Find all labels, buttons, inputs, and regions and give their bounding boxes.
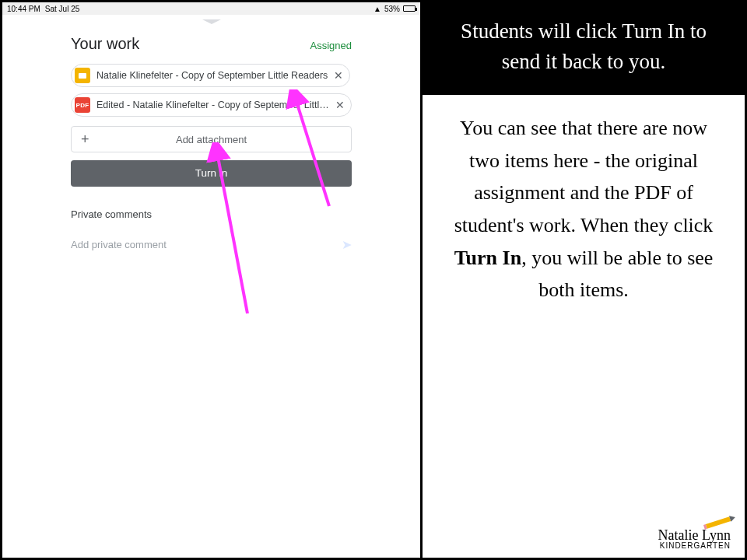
instruction-body-after: , you will be able to see both items. [521,247,713,302]
google-slides-icon [75,68,90,83]
pdf-icon: PDF [75,97,90,113]
attachment-chip-pdf[interactable]: PDF Edited - Natalie Klinefelter - Copy … [71,93,352,117]
attachment-label: Natalie Klinefelter - Copy of September … [96,70,328,81]
attachment-chip-slides[interactable]: Natalie Klinefelter - Copy of September … [71,64,350,87]
private-comment-input[interactable] [71,239,342,250]
battery-icon [403,5,416,12]
brand-name: Natalie Lynn [658,529,731,541]
add-attachment-label: Add attachment [176,134,247,145]
instruction-body-bold: Turn In [454,247,522,269]
assignment-status: Assigned [310,40,352,51]
brand-subtitle: KINDERGARTEN [658,541,731,550]
instruction-header: Students will click Turn In to send it b… [423,2,745,95]
send-icon[interactable]: ➤ [342,237,352,252]
turn-in-button[interactable]: Turn in [71,160,352,187]
your-work-title: Your work [71,35,139,53]
wifi-icon: ▲ [374,5,381,13]
add-attachment-button[interactable]: + Add attachment [71,126,352,152]
plus-icon: + [81,132,89,146]
instruction-body: You can see that there are now two items… [423,95,745,558]
private-comments-heading: Private comments [71,208,352,220]
status-date: Sat Jul 25 [45,5,79,13]
turn-in-label: Turn in [195,167,228,179]
instruction-body-text: You can see that there are now two items… [454,117,714,236]
ipad-status-bar: 10:44 PM Sat Jul 25 ▲ 53% [2,2,420,15]
attachment-label: Edited - Natalie Klinefelter - Copy of S… [96,100,329,110]
status-time: 10:44 PM [7,5,40,13]
battery-percent: 53% [384,5,400,13]
brand-logo: Natalie Lynn KINDERGARTEN [658,515,731,550]
sheet-drag-handle-icon[interactable] [202,19,221,24]
remove-attachment-icon[interactable]: ✕ [335,99,345,111]
remove-attachment-icon[interactable]: ✕ [334,69,343,82]
